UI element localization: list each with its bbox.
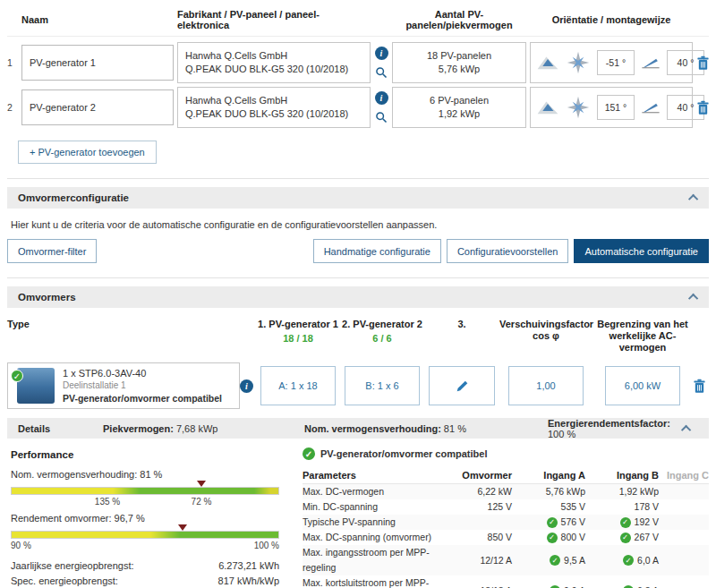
details-content: Performance Nom. vermogensverhouding: 81… (7, 446, 709, 588)
add-generator-button[interactable]: + PV-generator toevoegen (18, 141, 157, 164)
azimuth-value[interactable]: -51 ° (597, 50, 635, 75)
info-icon[interactable] (240, 379, 253, 393)
check-icon (547, 517, 558, 528)
ac-limit-value[interactable]: 6,00 kW (605, 366, 680, 405)
input-a-value: 9,9 A (564, 584, 585, 588)
row-index: 1 (7, 57, 18, 68)
generator-name-input[interactable] (21, 89, 174, 125)
performance-stats: Jaarlijkse energieopbrengst:6.273,21 kWh… (11, 558, 279, 588)
generator-name-input[interactable] (21, 45, 174, 81)
col-name: Naam (21, 14, 174, 25)
manufacturer-text: Hanwha Q.Cells GmbH (185, 49, 362, 63)
inverters-header[interactable]: Omvormers (7, 286, 709, 308)
input-b-assignment[interactable]: B: 1 x 6 (345, 366, 420, 405)
gauge-tick-label: 135 % (95, 497, 120, 507)
inverter-config-header[interactable]: Omvormerconfiguratie (7, 187, 709, 209)
panel-model-text: Q.PEAK DUO BLK-G5 320 (10/2018) (185, 63, 362, 76)
input-a-value: 5,76 kWp (546, 484, 585, 499)
inverter-row: 1 x STP6.0-3AV-40 Deelinstallatie 1 PV-g… (7, 362, 709, 409)
panel-selector[interactable]: Hanwha Q.Cells GmbH Q.PEAK DUO BLK-G5 32… (177, 42, 371, 83)
delete-icon[interactable] (696, 100, 710, 115)
parameter-label: Max. DC-spanning (omvormer) (303, 530, 453, 545)
gauge-tick-label: 72 % (192, 497, 212, 507)
parameter-label: Min. DC-spanning (303, 499, 453, 515)
parameter-label: Typische PV-spanning (303, 515, 453, 530)
efficiency-gauge-label: Rendement omvormer: 96,7 % (11, 513, 279, 524)
panel-count-box[interactable]: 18 PV-panelen 5,76 kWp (392, 42, 526, 83)
row-index: 2 (7, 102, 18, 113)
col-generator-2: 2. PV-generator 2 (340, 319, 424, 330)
details-bar[interactable]: Details Piekvermogen: 7,68 kWp Nom. verm… (7, 418, 709, 439)
col-input-a: Ingang A (512, 467, 585, 483)
tilt-icon (641, 56, 661, 69)
gauge-marker (197, 481, 206, 487)
peak-power-value: 7,68 kWp (176, 423, 217, 434)
gauge-marker (178, 524, 187, 531)
peak-power-label: Piekvermogen: (103, 423, 174, 434)
config-proposals-button[interactable]: Configuratievoorstellen (447, 239, 569, 263)
inverter-filter-button[interactable]: Omvormer-filter (7, 239, 97, 263)
orientation-box[interactable]: 151 ° 40 ° (530, 87, 693, 128)
chevron-up-icon[interactable] (688, 294, 698, 303)
input-c-edit-box[interactable] (429, 366, 495, 405)
compatibility-label: PV-generator/omvormer compatibel (63, 392, 222, 405)
search-icon[interactable] (375, 111, 388, 124)
input-a-value: 576 V (561, 515, 585, 530)
parameter-row: Max. DC-spanning (omvormer) 850 V 800 V … (303, 530, 709, 545)
delete-icon[interactable] (693, 379, 709, 394)
stat-label: Spec. energieopbrengst: (11, 574, 193, 588)
stat-value: 817 kWh/kWp (193, 574, 279, 588)
compatibility-status: PV-generator/omvormer compatibel (320, 448, 487, 459)
inverter-value: 12/12 A (453, 553, 512, 568)
col-manufacturer: Fabrikant / PV-paneel / paneel-elektroni… (177, 9, 371, 30)
nom-ratio-gauge (11, 487, 279, 495)
section-title: Omvormerconfiguratie (18, 192, 129, 203)
section-divider (7, 277, 709, 278)
stat-row: Jaarlijkse energieopbrengst:6.273,21 kWh (11, 558, 279, 574)
check-icon (620, 533, 631, 543)
efficiency-gauge (11, 531, 279, 539)
compass-icon (566, 51, 591, 74)
info-icon[interactable] (375, 47, 388, 60)
section-title: Omvormers (18, 292, 76, 303)
info-icon[interactable] (375, 91, 388, 105)
input-b-value: 267 V (635, 530, 659, 545)
panel-count-text: 6 PV-panelen (430, 94, 489, 107)
inverter-name: 1 x STP6.0-3AV-40 (63, 367, 222, 379)
col-generator-3: 3. (424, 319, 499, 330)
pv-generator-row: 2 Hanwha Q.Cells GmbH Q.PEAK DUO BLK-G5 … (7, 87, 709, 128)
input-a-value: 535 V (561, 499, 585, 515)
chevron-up-icon[interactable] (688, 194, 698, 204)
cos-phi-value[interactable]: 1,00 (508, 366, 584, 405)
panel-count-box[interactable]: 6 PV-panelen 1,92 kWp (392, 87, 526, 128)
input-b-value: 6,3 A (637, 584, 659, 588)
col-inverter: Omvormer (453, 467, 512, 483)
parameter-label: Max. kortsluitstroom per MPP-regeling (303, 575, 453, 588)
col-orientation: Oriëntatie / montagewijze (530, 14, 693, 25)
input-b-value: 6,0 A (637, 553, 659, 568)
col-input-c: Ingang C (659, 467, 709, 483)
parameter-row: Max. DC-vermogen 6,22 kW 5,76 kWp 1,92 k… (303, 484, 709, 499)
search-icon[interactable] (375, 66, 388, 79)
auto-config-button[interactable]: Automatische configuratie (574, 239, 709, 263)
subinstallation-label: Deelinstallatie 1 (63, 379, 222, 392)
energy-factor-value: 100 % (548, 429, 575, 439)
parameters-header-row: Parameters Omvormer Ingang A Ingang B In… (303, 467, 709, 484)
azimuth-value[interactable]: 151 ° (597, 95, 635, 120)
energy-factor-label: Energierendementsfactor: (548, 418, 670, 429)
inverter-value: 850 V (453, 530, 512, 545)
parameter-row: Min. DC-spanning 125 V 535 V 178 V (303, 499, 709, 515)
input-a-assignment[interactable]: A: 1 x 18 (260, 366, 336, 405)
parameter-label: Max. DC-vermogen (303, 484, 453, 499)
input-b-value: 192 V (635, 515, 659, 530)
panel-selector[interactable]: Hanwha Q.Cells GmbH Q.PEAK DUO BLK-G5 32… (177, 87, 371, 128)
gauge-tick-label: 100 % (254, 541, 279, 550)
stat-row: Spec. energieopbrengst:817 kWh/kWp (11, 574, 279, 588)
inverter-type-box[interactable]: 1 x STP6.0-3AV-40 Deelinstallatie 1 PV-g… (7, 362, 240, 409)
nom-ratio-label: Nom. vermogensverhouding: (304, 423, 441, 434)
delete-icon[interactable] (696, 55, 710, 71)
orientation-box[interactable]: -51 ° 40 ° (530, 42, 693, 83)
panel-count-text: 18 PV-panelen (427, 49, 491, 63)
manual-config-button[interactable]: Handmatige configuratie (313, 239, 441, 263)
peak-power-text: 1,92 kWp (439, 107, 480, 121)
